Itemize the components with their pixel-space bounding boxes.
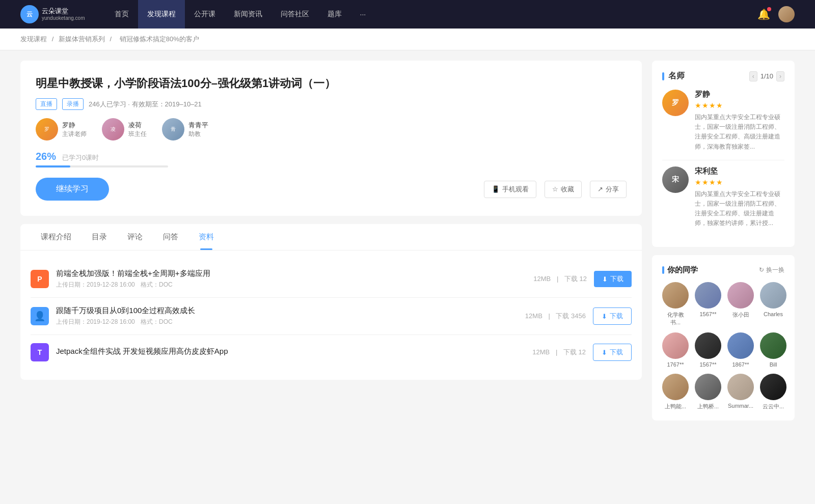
classmate-name-r3: Summar... bbox=[728, 403, 753, 409]
resource-info-3: Jetpack全组件实战 开发短视频应用高仿皮皮虾App bbox=[56, 347, 525, 358]
teacher-role-linhe: 班主任 bbox=[128, 130, 147, 138]
download-button-1[interactable]: ⬇ 下载 bbox=[594, 271, 632, 287]
resource-title-2: 跟随千万级项目从0到100全过程高效成长 bbox=[56, 306, 518, 316]
classmate-avatar-huaxue bbox=[662, 282, 689, 309]
teacher-role-qingqingping: 助教 bbox=[188, 130, 208, 138]
star-icon: ☆ bbox=[552, 185, 558, 193]
teacher-info-linhe: 凌荷 班主任 bbox=[128, 121, 147, 138]
nav-avatar[interactable] bbox=[778, 6, 795, 22]
nav-item-more[interactable]: ··· bbox=[351, 0, 375, 29]
teacher-card-songlijian: 宋 宋利坚 ★★★★ 国内某重点大学安全工程专业硕士，国家一级注册消防工程师、注… bbox=[662, 166, 784, 229]
left-panel: 明星中教授课，小学阶段语法100分–强化级第1讲动词（一） 直播 录播 246人… bbox=[20, 61, 642, 429]
teacher-card-desc-songlijian: 国内某重点大学安全工程专业硕士，国家一级注册消防工程师、注册安全工程师、级注册建… bbox=[695, 189, 784, 229]
teachers-next-button[interactable]: › bbox=[776, 71, 784, 81]
classmate-name-r2: 上鸭桥... bbox=[697, 403, 719, 410]
badge-live: 直播 bbox=[36, 98, 57, 110]
classmate-avatar-1567b bbox=[695, 332, 721, 359]
teacher-info-luojing: 罗静 主讲老师 bbox=[62, 121, 87, 138]
resource-stats-1: 12MB | 下载 12 bbox=[533, 274, 587, 284]
logo[interactable]: 云 云朵课堂 yunduoketang.com bbox=[20, 5, 85, 23]
course-title: 明星中教授课，小学阶段语法100分–强化级第1讲动词（一） bbox=[36, 76, 627, 91]
resource-icon-3: T bbox=[31, 343, 49, 361]
classmates-title: 你的同学 bbox=[662, 265, 698, 275]
breadcrumb-current: 销冠修炼术搞定80%的客户 bbox=[120, 35, 199, 43]
classmate-avatar-r3 bbox=[727, 374, 754, 400]
badge-record: 录播 bbox=[62, 98, 84, 110]
continue-study-button[interactable]: 继续学习 bbox=[36, 178, 109, 201]
nav-item-home[interactable]: 首页 bbox=[105, 0, 138, 29]
classmate-avatar-r2 bbox=[695, 374, 721, 400]
download-button-3[interactable]: ⬇ 下载 bbox=[593, 344, 632, 361]
classmate-item-1767: 1767** bbox=[662, 332, 689, 368]
course-meta: 直播 录播 246人已学习 · 有效期至：2019–10–21 bbox=[36, 98, 627, 110]
classmate-item-r1: 上鸭能... bbox=[662, 374, 689, 410]
tab-review[interactable]: 评论 bbox=[117, 224, 153, 250]
breadcrumb-discover[interactable]: 发现课程 bbox=[20, 35, 47, 43]
classmate-avatar-zhangxiaotian bbox=[727, 282, 754, 309]
teachers-prev-button[interactable]: ‹ bbox=[749, 71, 757, 81]
resource-title-1: 前端全栈加强版！前端全栈+全周期+多端应用 bbox=[56, 269, 526, 278]
classmate-name-huaxue: 化学教书... bbox=[662, 311, 689, 326]
resource-item-1: P 前端全栈加强版！前端全栈+全周期+多端应用 上传日期：2019-12-28 … bbox=[31, 261, 632, 298]
classmates-panel: 你的同学 ↻ 换一换 化学教书... 1567** 张小田 bbox=[652, 255, 795, 421]
tab-qa[interactable]: 问答 bbox=[153, 224, 188, 250]
tabs-bar: 课程介绍 目录 评论 问答 资料 bbox=[20, 224, 642, 250]
share-button[interactable]: ↗ 分享 bbox=[590, 181, 627, 198]
classmate-item-1567a: 1567** bbox=[695, 282, 721, 326]
classmate-avatar-1567a bbox=[695, 282, 721, 309]
nav-item-news[interactable]: 新闻资讯 bbox=[225, 0, 271, 29]
classmate-name-1567a: 1567** bbox=[699, 311, 716, 317]
classmate-name-charles: Charles bbox=[764, 311, 783, 317]
nav-items: 首页 发现课程 公开课 新闻资讯 问答社区 题库 ··· bbox=[105, 0, 757, 29]
teacher-stars-songlijian: ★★★★ bbox=[695, 178, 784, 186]
classmate-name-r1: 上鸭能... bbox=[665, 403, 686, 410]
classmate-avatar-bill bbox=[760, 332, 786, 359]
progress-bar-bg bbox=[36, 165, 168, 167]
course-card: 明星中教授课，小学阶段语法100分–强化级第1讲动词（一） 直播 录播 246人… bbox=[20, 61, 642, 216]
teacher-card-avatar-luojing: 罗 bbox=[662, 90, 689, 116]
logo-icon: 云 bbox=[20, 5, 39, 23]
teacher-linhe: 凌 凌荷 班主任 bbox=[102, 118, 147, 141]
tab-content: P 前端全栈加强版！前端全栈+全周期+多端应用 上传日期：2019-12-28 … bbox=[20, 250, 642, 380]
breadcrumb-series[interactable]: 新媒体营销系列 bbox=[59, 35, 105, 43]
tab-intro[interactable]: 课程介绍 bbox=[31, 224, 82, 250]
share-icon: ↗ bbox=[597, 185, 603, 193]
course-meta-text: 246人已学习 · 有效期至：2019–10–21 bbox=[89, 100, 202, 109]
collect-button[interactable]: ☆ 收藏 bbox=[545, 181, 582, 198]
classmate-item-r4: 云云中... bbox=[760, 374, 786, 410]
tabs-section: 课程介绍 目录 评论 问答 资料 P 前端全栈加强版！前端全栈+全周期+多端应用… bbox=[20, 224, 642, 380]
download-button-2[interactable]: ⬇ 下载 bbox=[593, 307, 632, 325]
bell-dot bbox=[767, 7, 771, 11]
nav-item-quiz[interactable]: 题库 bbox=[318, 0, 351, 29]
resource-item-3: T Jetpack全组件实战 开发短视频应用高仿皮皮虾App 12MB | 下载… bbox=[31, 335, 632, 370]
tab-resources[interactable]: 资料 bbox=[188, 224, 224, 250]
nav-item-public[interactable]: 公开课 bbox=[185, 0, 225, 29]
classmate-avatar-r1 bbox=[662, 374, 689, 400]
teacher-qingqingping: 青 青青平 助教 bbox=[162, 118, 208, 141]
classmate-name-1767: 1767** bbox=[667, 361, 684, 368]
teacher-luojing: 罗 罗静 主讲老师 bbox=[36, 118, 87, 141]
classmate-item-bill: Bill bbox=[760, 332, 786, 368]
resource-icon-2: 👤 bbox=[31, 307, 49, 325]
resource-title-3: Jetpack全组件实战 开发短视频应用高仿皮皮虾App bbox=[56, 347, 525, 356]
classmate-name-bill: Bill bbox=[770, 361, 777, 368]
classmate-item-r2: 上鸭桥... bbox=[695, 374, 721, 410]
bell-icon[interactable]: 🔔 bbox=[757, 8, 770, 20]
logo-text: 云朵课堂 yunduoketang.com bbox=[42, 7, 85, 21]
navbar: 云 云朵课堂 yunduoketang.com 首页 发现课程 公开课 新闻资讯… bbox=[0, 0, 815, 29]
panel-title-bar bbox=[662, 72, 664, 80]
teacher-name-luojing: 罗静 bbox=[62, 121, 87, 130]
right-panel: 名师 ‹ 1/10 › 罗 罗静 ★★★★ 国内某重点大学安全工程专业硕士，国家… bbox=[652, 61, 795, 429]
nav-item-qa[interactable]: 问答社区 bbox=[271, 0, 318, 29]
teacher-info-qingqingping: 青青平 助教 bbox=[188, 121, 208, 138]
classmate-item-zhangxiaotian: 张小田 bbox=[727, 282, 754, 326]
phone-watch-button[interactable]: 📱 手机观看 bbox=[484, 181, 536, 198]
main-content: 明星中教授课，小学阶段语法100分–强化级第1讲动词（一） 直播 录播 246人… bbox=[0, 50, 815, 439]
nav-item-discover[interactable]: 发现课程 bbox=[138, 0, 185, 29]
teacher-stars-luojing: ★★★★ bbox=[695, 101, 784, 109]
classmate-avatar-r4 bbox=[760, 374, 786, 400]
classmate-name-r4: 云云中... bbox=[763, 403, 784, 410]
refresh-classmates-button[interactable]: ↻ 换一换 bbox=[759, 266, 784, 274]
tab-catalog[interactable]: 目录 bbox=[82, 224, 117, 250]
progress-section: 26% 已学习0课时 bbox=[36, 151, 627, 167]
